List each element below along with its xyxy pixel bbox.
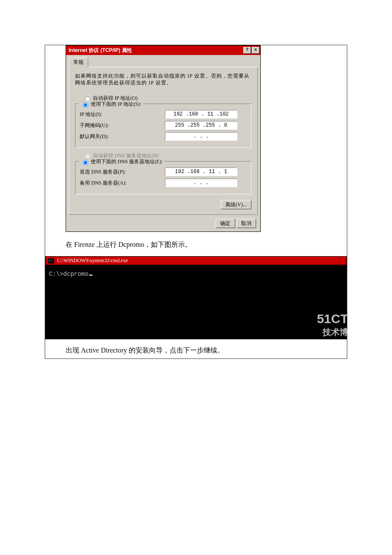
cmd-titlebar[interactable]: C:\ C:\WINDOWS\system32\cmd.exe xyxy=(46,257,346,265)
dns1-label: 首选 DNS 服务器(P): xyxy=(80,168,165,176)
cancel-button[interactable]: 取消 xyxy=(236,219,256,228)
dns2-input[interactable]: . . . xyxy=(165,179,237,187)
caption-ad-wizard: 出现 Active Directory 的安装向导，点击下一步继续。 xyxy=(66,346,347,355)
ip-address-input[interactable]: 192 .168 . 11 .102 xyxy=(165,110,237,119)
gateway-input[interactable]: . . . xyxy=(165,132,237,141)
cmd-title-text: C:\WINDOWS\system32\cmd.exe xyxy=(57,257,128,263)
watermark-51ct: 51CT xyxy=(317,312,348,326)
radio-manual-dns[interactable] xyxy=(83,160,88,165)
manual-dns-group: 使用下面的 DNS 服务器地址(E): 首选 DNS 服务器(P): 192 .… xyxy=(75,161,251,194)
tcpip-properties-dialog: Internet 协议 (TCP/IP) 属性 ? × 常规 如果网络支持此功能… xyxy=(66,45,261,232)
dns1-input[interactable]: 192 .168 . 11 . 1 xyxy=(165,168,237,176)
tab-general[interactable]: 常规 xyxy=(69,57,88,67)
cmd-body[interactable]: C:\>dcpromo 51CT 技术博 xyxy=(46,265,346,339)
document-frame: www.bdocx.com Internet 协议 (TCP/IP) 属性 ? … xyxy=(45,45,347,359)
description-text: 如果网络支持此功能，则可以获取自动指派的 IP 设置。否则，您需要从网络系统管理… xyxy=(75,72,251,86)
subnet-mask-label: 子网掩码(U): xyxy=(80,122,165,129)
dialog-titlebar[interactable]: Internet 协议 (TCP/IP) 属性 ? × xyxy=(66,46,260,55)
cmd-cursor xyxy=(89,275,92,276)
cmd-icon: C:\ xyxy=(48,258,54,263)
ok-button[interactable]: 确定 xyxy=(216,219,235,228)
watermark-blog: 技术博 xyxy=(323,327,348,338)
subnet-mask-input[interactable]: 255 .255 .255 . 0 xyxy=(165,121,237,130)
close-button[interactable]: × xyxy=(252,47,259,54)
advanced-button[interactable]: 高级(V)... xyxy=(221,200,251,209)
help-button[interactable]: ? xyxy=(243,47,251,54)
dns2-label: 备用 DNS 服务器(A): xyxy=(80,179,165,187)
ip-address-label: IP 地址(I): xyxy=(80,111,165,118)
radio-manual-ip[interactable] xyxy=(83,102,88,108)
gateway-label: 默认网关(D): xyxy=(80,133,165,140)
radio-manual-ip-label: 使用下面的 IP 地址(S): xyxy=(91,101,141,108)
radio-manual-dns-label: 使用下面的 DNS 服务器地址(E): xyxy=(91,158,163,165)
cmd-line: C:\>dcpromo xyxy=(49,271,88,278)
dialog-title: Internet 协议 (TCP/IP) 属性 xyxy=(69,47,242,54)
tab-panel: 如果网络支持此功能，则可以获取自动指派的 IP 设置。否则，您需要从网络系统管理… xyxy=(69,67,258,215)
cmd-window: C:\ C:\WINDOWS\system32\cmd.exe C:\>dcpr… xyxy=(45,256,347,339)
manual-ip-group: 使用下面的 IP 地址(S): IP 地址(I): 192 .168 . 11 … xyxy=(75,104,251,148)
caption-run-dcpromo: 在 Firenze 上运行 Dcpromo，如下图所示。 xyxy=(66,240,347,249)
